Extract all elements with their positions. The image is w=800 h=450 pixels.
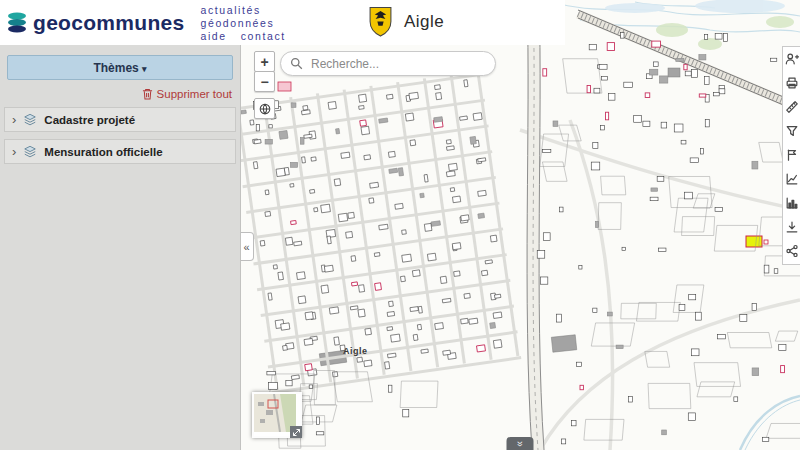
nav-actualites[interactable]: actualités [201,4,286,16]
add-user-button[interactable] [785,52,799,66]
chevron-right-icon: › [12,145,16,158]
flag-icon [785,148,799,162]
zoom-controls: + − [254,51,275,119]
bottom-panel-toggle[interactable]: « [507,437,534,450]
layer-group-label: Mensuration officielle [44,146,162,158]
layer-group-mensuration-officielle[interactable]: › Mensuration officielle [4,139,236,164]
geocommunes-logo[interactable]: geocommunes [6,11,185,35]
sidebar: Thèmes ▾ Supprimer tout › Cadastre proje… [0,45,241,450]
ruler-icon [785,100,799,114]
download-button[interactable] [785,220,799,234]
add-user-icon [785,52,799,66]
logo-text: geocommunes [33,11,185,35]
measure-button[interactable] [785,100,799,114]
map-place-label: Aigle [343,346,368,356]
bar-chart-icon [785,196,799,210]
zoom-in-button[interactable]: + [254,51,275,72]
municipality-title: Aigle [404,12,444,32]
search-input[interactable] [309,56,486,72]
layer-group-cadastre-projete[interactable]: › Cadastre projeté [4,107,236,132]
line-chart-icon [785,172,799,186]
aigle-coat-of-arms [368,5,393,38]
chevron-down-icon: ▾ [142,64,147,74]
nav-aide[interactable]: aide [201,30,227,42]
geocommunes-logo-icon [6,11,28,35]
app-header: geocommunes actualités géodonnées aide c… [0,0,565,45]
search-icon [290,57,303,70]
app-root: Aigle + − « « [0,0,800,450]
themes-dropdown-button[interactable]: Thèmes ▾ [7,55,233,80]
zoom-extent-button[interactable] [254,98,275,119]
chevron-right-icon: › [12,113,16,126]
nav-geodonnees[interactable]: géodonnées [201,17,286,29]
filter-button[interactable] [785,124,799,138]
flag-button[interactable] [785,148,799,162]
nav-contact[interactable]: contact [241,30,286,42]
overview-expand-handle[interactable] [290,426,302,438]
share-button[interactable] [785,244,799,258]
print-button[interactable] [785,76,799,90]
main-nav: actualités géodonnées aide contact [201,4,286,42]
printer-icon [785,76,799,90]
delete-all-button[interactable]: Supprimer tout [8,88,232,100]
map-toolbar [782,46,800,265]
overview-map[interactable] [252,392,302,438]
download-icon [785,220,799,234]
bar-chart-button[interactable] [785,196,799,210]
line-chart-button[interactable] [785,172,799,186]
layers-icon [23,145,37,159]
zoom-out-button[interactable]: − [254,71,275,92]
trash-icon [142,88,153,100]
municipality-header: Aigle [368,5,444,38]
map-pane[interactable]: Aigle + − « « [240,0,800,450]
sidebar-collapse-button[interactable]: « [240,232,254,261]
delete-all-label: Supprimer tout [157,88,232,100]
layer-group-label: Cadastre projeté [44,114,135,126]
chevron-down-icon: « [515,441,525,447]
search-bar [280,51,496,76]
layers-icon [23,113,37,127]
share-icon [785,244,799,258]
themes-label: Thèmes [93,61,138,75]
filter-icon [785,124,799,138]
